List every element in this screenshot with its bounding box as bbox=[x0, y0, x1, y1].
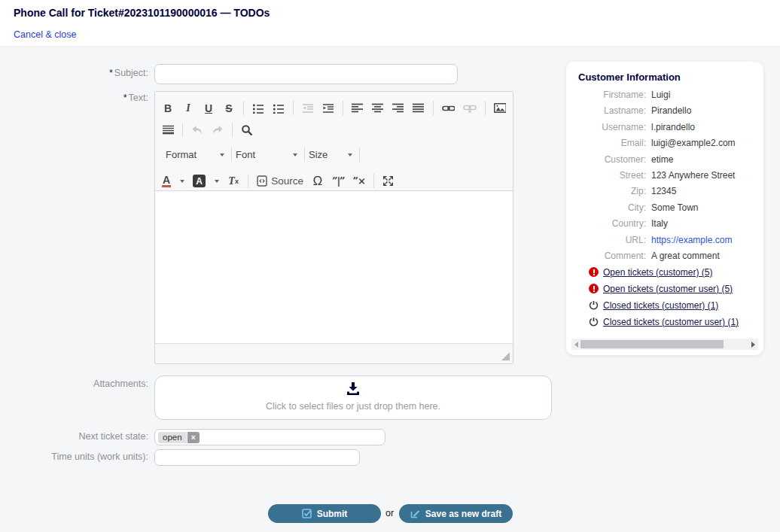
customer-field-row: Street:123 Anywhere Street bbox=[566, 169, 763, 181]
unlink-icon bbox=[463, 101, 476, 116]
time-units-label: Time units (work units): bbox=[0, 451, 148, 463]
align-center-icon[interactable] bbox=[372, 101, 384, 116]
required-marker: * bbox=[123, 93, 127, 103]
chevron-down-icon bbox=[215, 180, 219, 183]
text-color-icon[interactable]: A bbox=[162, 174, 184, 189]
closed-ticket-icon bbox=[589, 300, 599, 310]
align-right-icon[interactable] bbox=[392, 101, 404, 116]
bulleted-list-icon[interactable] bbox=[273, 101, 285, 116]
customer-field-row: URL:https://example.com bbox=[566, 234, 763, 246]
richtext-editor: B I U S bbox=[154, 91, 513, 364]
align-justify-icon[interactable] bbox=[413, 101, 425, 116]
state-tag: open × bbox=[158, 432, 200, 443]
strikethrough-icon[interactable]: S bbox=[223, 101, 235, 116]
editor-status-bar bbox=[155, 343, 513, 363]
customer-field-row: Email:luigi@example2.com bbox=[566, 137, 763, 149]
closed-ticket-icon bbox=[589, 317, 599, 327]
size-dropdown[interactable]: Size bbox=[305, 149, 359, 160]
align-left-icon[interactable] bbox=[352, 101, 364, 116]
time-units-input[interactable] bbox=[154, 449, 360, 466]
split-quote-icon[interactable]: ”|” bbox=[332, 174, 345, 189]
cancel-close-link[interactable]: Cancel & close bbox=[14, 29, 76, 40]
scrollbar-thumb[interactable] bbox=[580, 340, 724, 348]
state-tag-value: open bbox=[158, 432, 187, 443]
background-color-icon[interactable]: A bbox=[193, 174, 219, 189]
save-draft-button[interactable]: Save as new draft bbox=[399, 504, 513, 523]
or-label: or bbox=[385, 508, 394, 518]
horizontal-scrollbar[interactable] bbox=[571, 339, 758, 350]
source-button[interactable]: Source bbox=[257, 174, 303, 189]
image-icon[interactable] bbox=[494, 101, 506, 116]
edit-pencil-icon bbox=[410, 509, 420, 518]
chevron-down-icon bbox=[180, 180, 184, 183]
customer-field-row: Country:Italy bbox=[566, 217, 763, 230]
toolbar-separator bbox=[232, 123, 233, 137]
toolbar-separator bbox=[293, 101, 294, 115]
customer-field-row: Lastname:Pirandello bbox=[566, 105, 763, 117]
scroll-right-icon[interactable] bbox=[751, 342, 755, 348]
undo-icon bbox=[191, 123, 203, 138]
remove-tag-icon[interactable]: × bbox=[187, 432, 200, 443]
remove-format-icon[interactable]: Tx bbox=[227, 174, 239, 189]
editor-text-area[interactable] bbox=[155, 191, 513, 343]
attachments-dropzone[interactable]: Click to select files or just drop them … bbox=[154, 375, 552, 420]
toolbar-separator bbox=[359, 147, 360, 162]
attachments-hint: Click to select files or just drop them … bbox=[155, 401, 551, 412]
chevron-down-icon bbox=[220, 154, 224, 157]
customer-field-row: Firstname:Luigi bbox=[566, 89, 763, 101]
chevron-down-icon bbox=[348, 154, 352, 157]
special-character-icon[interactable]: Ω bbox=[312, 174, 324, 189]
customer-field-row: Zip:12345 bbox=[566, 185, 763, 197]
toolbar-separator bbox=[248, 174, 248, 188]
bold-icon[interactable]: B bbox=[162, 101, 174, 116]
toolbar-separator bbox=[343, 101, 343, 115]
redo-icon bbox=[212, 123, 224, 138]
upload-icon bbox=[346, 382, 361, 396]
underline-icon[interactable]: U bbox=[203, 101, 215, 116]
attachments-label: Attachments: bbox=[0, 378, 148, 390]
resize-handle[interactable] bbox=[501, 352, 510, 360]
toolbar-separator bbox=[373, 174, 374, 188]
ordered-list-icon[interactable] bbox=[252, 101, 264, 116]
toolbar-separator bbox=[243, 101, 244, 115]
subject-input[interactable] bbox=[154, 64, 458, 84]
scroll-left-icon[interactable] bbox=[574, 342, 578, 348]
remove-quote-icon[interactable]: ”× bbox=[353, 174, 365, 189]
customer-field-row: Customer:etime bbox=[566, 154, 763, 166]
next-state-label: Next ticket state: bbox=[0, 431, 148, 442]
format-dropdown[interactable]: Format bbox=[162, 149, 231, 160]
open-tickets-customer-user-link[interactable]: Open tickets (customer user) (5) bbox=[589, 284, 763, 294]
horizontal-rule-icon[interactable] bbox=[162, 123, 174, 138]
required-marker: * bbox=[109, 68, 113, 78]
checkbox-check-icon bbox=[302, 509, 312, 518]
indent-icon[interactable] bbox=[322, 101, 334, 116]
phone-call-dialog: Phone Call for Ticket#2023101190000016 —… bbox=[0, 0, 780, 532]
text-label: *Text: bbox=[0, 93, 148, 104]
customer-information-panel: Customer Information Firstname:Luigi Las… bbox=[566, 62, 763, 355]
link-icon[interactable] bbox=[442, 101, 455, 116]
customer-url-link[interactable]: https://example.com bbox=[651, 234, 732, 246]
maximize-icon[interactable] bbox=[382, 174, 395, 189]
toolbar-separator bbox=[433, 101, 434, 115]
next-state-input[interactable]: open × bbox=[154, 429, 385, 445]
toolbar-separator bbox=[182, 123, 183, 137]
subject-label: *Subject: bbox=[0, 68, 148, 79]
open-ticket-icon bbox=[589, 267, 599, 277]
find-icon[interactable] bbox=[241, 123, 253, 138]
closed-tickets-customer-user-link[interactable]: Closed tickets (customer user) (1) bbox=[589, 317, 763, 327]
customer-ticket-links: Open tickets (customer) (5) Open tickets… bbox=[566, 267, 763, 327]
page-title: Phone Call for Ticket#2023101190000016 —… bbox=[14, 7, 270, 19]
customer-field-row: Comment:A great comment bbox=[566, 250, 763, 262]
outdent-icon bbox=[302, 101, 314, 116]
customer-field-row: Username:l.pirandello bbox=[566, 121, 763, 133]
open-tickets-customer-link[interactable]: Open tickets (customer) (5) bbox=[589, 267, 763, 278]
italic-icon[interactable]: I bbox=[182, 101, 194, 116]
submit-button[interactable]: Submit bbox=[268, 504, 381, 523]
open-ticket-icon bbox=[589, 284, 599, 293]
font-dropdown[interactable]: Font bbox=[232, 149, 304, 160]
customer-field-row: City:Some Town bbox=[566, 202, 763, 214]
closed-tickets-customer-link[interactable]: Closed tickets (customer) (1) bbox=[589, 300, 763, 311]
customer-info-title: Customer Information bbox=[566, 62, 763, 89]
chevron-down-icon bbox=[293, 154, 297, 157]
editor-toolbar: B I U S bbox=[155, 92, 513, 191]
